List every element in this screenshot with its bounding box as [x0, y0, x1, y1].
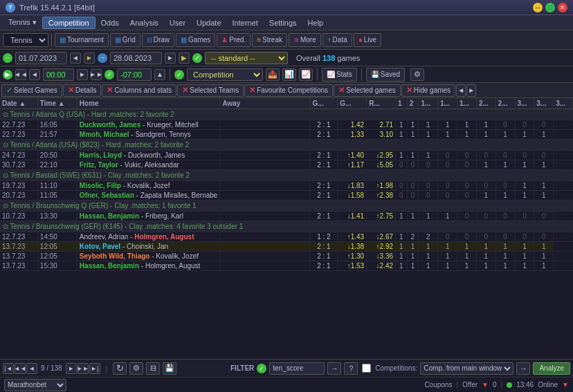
- data-button[interactable]: + Data: [322, 33, 352, 47]
- start-date-input[interactable]: [15, 52, 67, 64]
- col-1[interactable]: 1: [396, 98, 408, 109]
- saved-button[interactable]: 💾 Saved: [366, 68, 405, 82]
- col-2b[interactable]: 2...: [495, 98, 515, 109]
- offset-up[interactable]: ▲: [154, 69, 165, 80]
- table-row[interactable]: 22.7.2321:57Mmoh, Michael - Sandgren, Te…: [0, 130, 573, 140]
- page-first[interactable]: |◄: [3, 363, 14, 374]
- standard-selector[interactable]: -- standard --: [205, 52, 288, 64]
- offset-input[interactable]: [117, 68, 152, 81]
- time-play-icon[interactable]: ▶: [3, 70, 12, 80]
- table-row[interactable]: 13.7.2312:05Seyboth Wild, Thiago - Koval…: [0, 252, 573, 261]
- filter-input[interactable]: [269, 362, 325, 375]
- games-button[interactable]: ▦ Games: [176, 33, 215, 47]
- table-row[interactable]: 30.7.2322:10Fritz, Taylor - Vukic, Aleks…: [0, 160, 573, 170]
- col-2a[interactable]: 2...: [476, 98, 495, 109]
- filter-on-icon[interactable]: ✓: [257, 364, 266, 373]
- table-row[interactable]: 10.7.2313:30Hassan, Benjamin - Friberg, …: [0, 212, 573, 221]
- comp-export-icon[interactable]: 📤: [266, 68, 280, 81]
- maximize-button[interactable]: □: [545, 3, 555, 12]
- menu-user[interactable]: User: [164, 17, 191, 28]
- page-prev[interactable]: ◄: [26, 363, 37, 374]
- page-next-many[interactable]: ►►: [78, 363, 89, 374]
- hide-games-button[interactable]: ✕ Hide games: [401, 84, 455, 97]
- action-nav-left[interactable]: ◄: [456, 84, 466, 97]
- competitions-checkbox[interactable]: [362, 364, 371, 373]
- comp-filter-selector[interactable]: Comp. from main window: [420, 362, 513, 375]
- col-1a[interactable]: 1...: [419, 98, 438, 109]
- streak-button[interactable]: ≡ Streak: [252, 33, 287, 47]
- settings-icon[interactable]: ⚙: [410, 68, 424, 81]
- tournament-button[interactable]: ▦ Tournament: [55, 33, 109, 47]
- go-btn[interactable]: ▶: [179, 53, 190, 64]
- menu-tennis[interactable]: Tennis ▾: [3, 17, 42, 28]
- columns-button[interactable]: ✕ Columns and stats: [102, 84, 176, 97]
- time-confirm-icon[interactable]: ✓: [104, 70, 114, 80]
- stats-button[interactable]: 📈 Stats: [322, 68, 357, 82]
- live-button[interactable]: ● Live: [354, 33, 381, 47]
- menu-odds[interactable]: Odds: [96, 17, 125, 28]
- filter-arrow-icon[interactable]: →: [327, 362, 341, 375]
- table-row[interactable]: 20.7.2311:05Ofner, Sebastian - Zapata Mi…: [0, 191, 573, 200]
- sport-selector[interactable]: Tennis: [3, 33, 48, 47]
- settings2-icon[interactable]: ⚙: [129, 362, 143, 375]
- date-nav-right[interactable]: ►: [165, 53, 176, 64]
- col-date[interactable]: Date ▲: [0, 98, 37, 109]
- col-3a[interactable]: 3...: [515, 98, 534, 109]
- table-row[interactable]: 13.7.2312:05Kotov, Pavel - Choinski, Jan…: [0, 242, 573, 252]
- col-1c[interactable]: 1...: [457, 98, 477, 109]
- table-row[interactable]: 19.7.2311:10Misolic, Filip - Kovalik, Jo…: [0, 181, 573, 191]
- comp-icon[interactable]: ✓: [174, 70, 184, 80]
- comp-line-icon[interactable]: 📈: [299, 68, 313, 81]
- time-prev[interactable]: ◄: [29, 69, 40, 80]
- fav-competitions-button[interactable]: ✕ Favourite Competitions: [244, 84, 333, 97]
- confirm-icon[interactable]: ✓: [192, 53, 202, 63]
- col-g1[interactable]: G...: [310, 98, 338, 109]
- col-g2[interactable]: G...: [338, 98, 367, 109]
- more-button[interactable]: ⊕ More: [289, 33, 321, 47]
- col-away[interactable]: Away: [220, 98, 310, 109]
- table-row[interactable]: 24.7.2320:50Harris, Lloyd - Duckworth, J…: [0, 151, 573, 160]
- col-2[interactable]: 2: [407, 98, 419, 109]
- filter-icon[interactable]: ⊟: [146, 362, 160, 375]
- col-1b[interactable]: 1...: [438, 98, 457, 109]
- selected-games-button[interactable]: ✕ Selected games: [334, 84, 401, 97]
- selected-teams-button[interactable]: ✕ Selected Teams: [177, 84, 244, 97]
- time-back[interactable]: ◄◄: [15, 69, 26, 80]
- menu-competition[interactable]: Competition: [42, 17, 96, 29]
- col-home[interactable]: Home: [77, 98, 220, 109]
- time-fwd[interactable]: ►►: [91, 69, 102, 80]
- col-3b[interactable]: 3...: [534, 98, 554, 109]
- menu-settings[interactable]: Settings: [264, 17, 302, 28]
- page-next[interactable]: ►: [66, 363, 77, 374]
- competition-selector[interactable]: Competition: [187, 68, 263, 81]
- action-nav-right[interactable]: ►: [466, 84, 476, 97]
- broker-selector[interactable]: Marathonbet: [4, 379, 66, 391]
- grid-button[interactable]: ▦ Grid: [110, 33, 140, 47]
- filter-help-icon[interactable]: ?: [344, 362, 358, 375]
- comp-chart-icon[interactable]: 📊: [282, 68, 296, 81]
- details-button[interactable]: ✕ Details: [63, 84, 102, 97]
- menu-update[interactable]: Update: [191, 17, 226, 28]
- page-prev-many[interactable]: ◄◄: [15, 363, 26, 374]
- refresh-icon[interactable]: ↻: [113, 362, 127, 375]
- table-row[interactable]: 13.7.2315:30Hassan, Benjamin - Holmgren,…: [0, 261, 573, 271]
- date-arrow-right[interactable]: ►: [84, 53, 95, 64]
- menu-help[interactable]: Help: [302, 17, 329, 28]
- col-3c[interactable]: 3...: [554, 98, 573, 109]
- col-time[interactable]: Time ▲: [37, 98, 77, 109]
- games-table-container[interactable]: Date ▲ Time ▲ Home Away G... G... R... 1…: [0, 98, 573, 359]
- prev-date-icon[interactable]: ←: [3, 53, 12, 63]
- menu-internet[interactable]: Internet: [227, 17, 264, 28]
- pred-button[interactable]: ♟ Pred.: [217, 33, 251, 47]
- time-next[interactable]: ►: [77, 69, 88, 80]
- date-nav-left[interactable]: ◄: [70, 53, 81, 64]
- time-input[interactable]: [43, 68, 74, 81]
- table-row[interactable]: 22.7.2316:05Duckworth, James - Krueger, …: [0, 120, 573, 130]
- select-games-button[interactable]: ✓ Select Games: [1, 84, 62, 97]
- comp-filter-arrow[interactable]: →: [516, 362, 530, 375]
- draw-button[interactable]: ⊟ Draw: [142, 33, 174, 47]
- save2-icon[interactable]: 💾: [163, 362, 176, 375]
- page-last[interactable]: ►|: [89, 363, 100, 374]
- analyze-button[interactable]: Analyze: [533, 362, 570, 375]
- table-row[interactable]: 12.7.2314:50Andreev, Adrian - Holmgren, …: [0, 232, 573, 242]
